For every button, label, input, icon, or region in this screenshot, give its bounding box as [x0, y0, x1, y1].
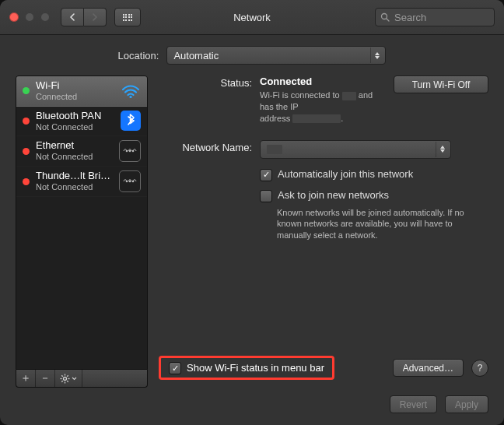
chevron-down-icon: [72, 377, 77, 381]
svg-line-16: [61, 381, 62, 381]
svg-point-2: [129, 96, 131, 98]
sidebar-item-ethernet[interactable]: Ethernet Not Connected: [16, 136, 147, 167]
window-title: Network: [233, 12, 271, 23]
zoom-window-button[interactable]: [40, 12, 50, 22]
advanced-button[interactable]: Advanced…: [393, 359, 464, 377]
svg-point-4: [129, 150, 131, 153]
svg-point-0: [382, 14, 387, 19]
network-name-label: Network Name:: [159, 140, 260, 242]
interface-name: Bluetooth PAN: [36, 111, 114, 122]
svg-line-15: [67, 381, 68, 381]
status-dot-icon: [23, 118, 30, 125]
status-dot-icon: [23, 148, 30, 155]
search-icon: [380, 12, 390, 22]
svg-line-14: [61, 375, 62, 376]
updown-icon: [436, 142, 449, 157]
status-value: Connected: [260, 76, 384, 87]
auto-join-checkbox[interactable]: Automatically join this network: [260, 168, 488, 181]
network-name-value: [267, 145, 282, 154]
revert-button[interactable]: Revert: [390, 395, 437, 413]
sidebar-item-thunderbolt-bridge[interactable]: Thunde…lt Bridge Not Connected: [16, 167, 147, 197]
interface-status: Not Connected: [36, 152, 113, 162]
svg-line-1: [387, 19, 389, 21]
search-field[interactable]: Search: [375, 8, 495, 26]
search-placeholder: Search: [394, 12, 426, 23]
checkbox-icon: [260, 190, 272, 202]
turn-wifi-off-button[interactable]: Turn Wi-Fi Off: [394, 76, 488, 93]
network-name-select[interactable]: [260, 140, 451, 159]
interface-status: Not Connected: [36, 182, 113, 192]
bluetooth-icon: [121, 111, 141, 131]
ethernet-icon: [119, 140, 141, 162]
minimize-window-button[interactable]: [25, 12, 34, 22]
status-note: Wi-Fi is connected to and has the IP add…: [260, 90, 384, 125]
add-interface-button[interactable]: ＋: [16, 370, 36, 387]
ask-join-note: Known networks will be joined automatica…: [277, 207, 479, 242]
remove-interface-button[interactable]: －: [36, 370, 55, 387]
show-all-button[interactable]: [114, 8, 141, 26]
forward-button: [84, 8, 107, 26]
interface-name: Wi-Fi: [36, 80, 114, 92]
show-status-checkbox[interactable]: [169, 362, 181, 374]
location-label: Location:: [118, 50, 159, 61]
updown-icon: [370, 47, 383, 63]
interface-status: Connected: [36, 92, 114, 102]
status-dot-icon: [23, 178, 30, 185]
svg-line-17: [67, 375, 68, 376]
help-button[interactable]: ?: [471, 360, 488, 377]
thunderbolt-icon: [119, 170, 141, 192]
location-value: Automatic: [173, 50, 219, 61]
interface-name: Ethernet: [36, 140, 113, 152]
back-button[interactable]: [61, 8, 84, 26]
show-status-label: Show Wi-Fi status in menu bar: [187, 362, 324, 374]
interface-actions-menu[interactable]: [55, 370, 82, 387]
status-dot-icon: [23, 87, 30, 94]
sidebar-item-wifi[interactable]: Wi-Fi Connected: [16, 76, 147, 107]
titlebar: Network Search: [0, 0, 504, 35]
status-label: Status:: [159, 76, 260, 125]
grid-icon: [123, 14, 133, 21]
location-select[interactable]: Automatic: [166, 46, 386, 65]
checkbox-icon: [260, 169, 272, 181]
svg-point-9: [64, 377, 67, 380]
network-preferences-window: Network Search Location: Automatic Wi-Fi: [0, 0, 504, 425]
svg-point-7: [129, 181, 131, 183]
interface-name: Thunde…lt Bridge: [36, 170, 113, 182]
gear-icon: [60, 374, 70, 384]
ask-join-label: Ask to join new networks: [278, 189, 389, 201]
ask-join-checkbox[interactable]: Ask to join new networks: [260, 189, 488, 202]
wifi-icon: [121, 81, 141, 101]
window-controls: [9, 12, 50, 22]
auto-join-label: Automatically join this network: [278, 168, 413, 180]
close-window-button[interactable]: [9, 12, 19, 22]
interface-status: Not Connected: [36, 122, 114, 132]
apply-button[interactable]: Apply: [445, 395, 488, 413]
highlighted-option: Show Wi-Fi status in menu bar: [159, 356, 334, 380]
interface-list[interactable]: Wi-Fi Connected Bluetooth PAN Not Connec…: [16, 76, 148, 370]
sidebar-item-bluetooth-pan[interactable]: Bluetooth PAN Not Connected: [16, 107, 147, 137]
